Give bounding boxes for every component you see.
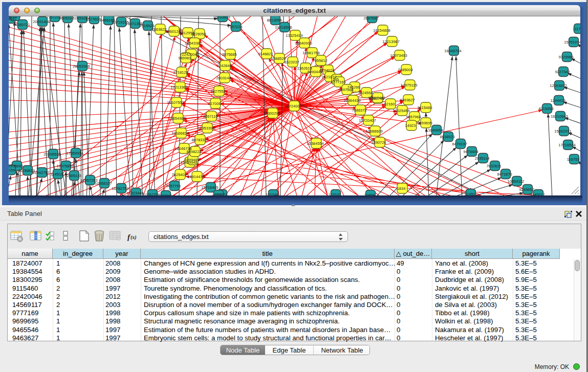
svg-text:9857964: 9857964	[406, 115, 421, 119]
svg-text:16961758: 16961758	[302, 51, 319, 55]
svg-text:3875685: 3875685	[222, 52, 236, 57]
svg-text:217006: 217006	[208, 101, 221, 106]
svg-text:9245652: 9245652	[519, 187, 534, 192]
svg-text:20206535: 20206535	[43, 152, 60, 157]
svg-text:6497568: 6497568	[338, 87, 353, 92]
svg-text:2803144: 2803144	[216, 76, 231, 80]
svg-text:9605312: 9605312	[59, 16, 74, 20]
svg-text:8322037: 8322037	[284, 60, 299, 64]
svg-text:10807487: 10807487	[368, 96, 385, 100]
svg-text:9699695: 9699695	[417, 121, 432, 125]
svg-text:8471876: 8471876	[497, 172, 512, 177]
svg-text:114519: 114519	[51, 172, 63, 177]
svg-text:8938923: 8938923	[440, 135, 454, 139]
svg-text:9329966: 9329966	[558, 55, 573, 59]
svg-text:20858: 20858	[364, 193, 375, 196]
svg-text:12093872: 12093872	[550, 83, 567, 88]
svg-text:16033809: 16033809	[213, 16, 230, 19]
svg-text:10654112: 10654112	[508, 179, 525, 184]
svg-text:26053346: 26053346	[73, 64, 90, 69]
svg-text:7357224: 7357224	[227, 25, 242, 29]
svg-text:18640910: 18640910	[295, 41, 312, 46]
svg-text:10975857: 10975857	[56, 164, 73, 168]
svg-text:7886372: 7886372	[352, 108, 366, 113]
svg-text:12213967: 12213967	[382, 39, 399, 44]
svg-text:9474444: 9474444	[463, 149, 478, 154]
svg-text:15751074: 15751074	[564, 40, 580, 45]
svg-text:16107552: 16107552	[167, 100, 184, 105]
svg-text:9463627: 9463627	[400, 98, 415, 102]
svg-text:15692971: 15692971	[554, 129, 571, 134]
svg-text:39159: 39159	[9, 168, 15, 172]
svg-text:18724007: 18724007	[285, 104, 301, 108]
svg-text:16210643: 16210643	[551, 114, 568, 119]
svg-text:10688609: 10688609	[365, 129, 382, 134]
svg-text:9457791: 9457791	[166, 184, 181, 188]
svg-text:1023349: 1023349	[157, 193, 172, 196]
svg-text:17016504: 17016504	[558, 143, 575, 147]
svg-text:8427552: 8427552	[210, 89, 225, 94]
svg-text:8267110: 8267110	[203, 114, 218, 119]
svg-text:1588520: 1588520	[271, 56, 286, 61]
svg-text:19166827: 19166827	[171, 131, 188, 136]
svg-text:10973493: 10973493	[390, 53, 407, 58]
svg-text:8813054: 8813054	[267, 18, 281, 23]
svg-text:15716485: 15716485	[201, 185, 218, 190]
svg-text:3824554: 3824554	[358, 91, 373, 95]
svg-text:(x): (x)	[130, 234, 137, 240]
svg-text:10958107: 10958107	[95, 181, 112, 186]
svg-text:14923: 14923	[405, 123, 416, 128]
svg-text:19218596: 19218596	[275, 25, 292, 30]
svg-text:9242848: 9242848	[216, 63, 231, 68]
svg-text:15720407: 15720407	[359, 118, 376, 123]
svg-text:14055721: 14055721	[13, 23, 30, 27]
svg-text:13325419: 13325419	[286, 33, 302, 38]
svg-text:12213369: 12213369	[170, 85, 187, 90]
svg-text:8678332: 8678332	[191, 138, 206, 142]
svg-text:9115460: 9115460	[418, 105, 432, 110]
svg-text:116753: 116753	[567, 157, 579, 162]
svg-text:1099489: 1099489	[184, 158, 199, 162]
svg-text:161044: 161044	[266, 192, 278, 196]
svg-text:1834: 1834	[397, 186, 406, 191]
svg-text:8498222: 8498222	[186, 149, 201, 154]
svg-text:92450: 92450	[465, 192, 475, 196]
svg-text:7663822: 7663822	[151, 27, 166, 32]
svg-text:2226058: 2226058	[191, 32, 206, 36]
svg-text:9777169: 9777169	[331, 80, 345, 84]
svg-text:11172: 11172	[573, 27, 580, 31]
svg-text:7625402: 7625402	[171, 172, 186, 177]
svg-text:6794024: 6794024	[319, 68, 334, 73]
svg-text:7955812: 7955812	[312, 58, 327, 63]
svg-text:7485003: 7485003	[398, 68, 412, 72]
svg-text:7254: 7254	[213, 193, 222, 196]
svg-text:15384554: 15384554	[307, 141, 323, 146]
svg-text:12323446: 12323446	[126, 191, 143, 195]
svg-text:1527602: 1527602	[85, 17, 100, 21]
svg-text:9245012: 9245012	[530, 192, 545, 196]
svg-text:1244415: 1244415	[550, 98, 565, 103]
svg-text:11353394: 11353394	[198, 126, 215, 130]
svg-text:16154808: 16154808	[373, 28, 390, 33]
svg-text:20691406: 20691406	[33, 19, 50, 24]
svg-text:9146821: 9146821	[258, 52, 273, 56]
svg-text:1890726: 1890726	[371, 140, 386, 145]
svg-text:17359934: 17359934	[66, 151, 83, 156]
svg-text:8215958: 8215958	[538, 106, 553, 111]
svg-text:8960124: 8960124	[165, 29, 180, 34]
svg-text:2687682: 2687682	[363, 16, 378, 20]
svg-text:16648784: 16648784	[444, 49, 461, 53]
svg-text:62160: 62160	[384, 102, 395, 106]
svg-text:12975115: 12975115	[401, 83, 418, 87]
svg-text:15300295: 15300295	[263, 111, 280, 116]
svg-text:7632621: 7632621	[486, 164, 501, 168]
svg-text:6479197: 6479197	[452, 142, 467, 146]
svg-text:10025455: 10025455	[393, 108, 409, 113]
svg-text:9227342: 9227342	[555, 70, 570, 74]
svg-text:2935114: 2935114	[475, 156, 490, 161]
svg-text:103102: 103102	[328, 192, 341, 196]
svg-text:16543382: 16543382	[185, 41, 202, 46]
svg-text:16782759: 16782759	[112, 186, 128, 191]
svg-text:1640954: 1640954	[428, 128, 443, 133]
svg-text:2405572: 2405572	[9, 16, 21, 18]
